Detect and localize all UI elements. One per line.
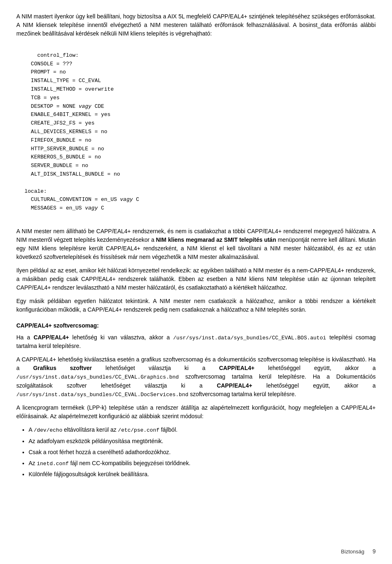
code-inline-3: /usr/sys/inst.data/sys_bundles/CC_EVAL.D… — [16, 392, 188, 398]
section-heading: CAPP/EAL4+ szoftvercsomag: — [16, 321, 376, 330]
list-item-3: Csak a root férhet hozzá a cserélhető ad… — [29, 448, 376, 457]
bold-capp-2: CAPP/EAL4+ — [219, 365, 254, 371]
bold-text-1: NIM kliens megmarad az SMIT telepítés ut… — [156, 236, 276, 243]
page-content: A NIM mastert ilyenkor úgy kell beállíta… — [16, 12, 376, 479]
bold-capp-1: CAPP/EAL4+ — [33, 334, 69, 341]
code-text: control_flow: CONSOLE = ??? PROMPT = no … — [24, 52, 139, 211]
list-item-2: Az adatfolyam eszközök példányosítása me… — [29, 437, 376, 446]
bullet-list: A /dev/echo eltávolításra kerül az /etc/… — [29, 426, 376, 479]
paragraph-4: Egy másik példában egyetlen hálózatot te… — [16, 297, 376, 314]
paragraph-6: A CAPP/EAL4+ lehetőség kiválasztása eset… — [16, 355, 376, 399]
code-inetd-conf: inetd.conf — [37, 461, 69, 467]
paragraph-3: Ilyen például az az eset, amikor két hál… — [16, 266, 376, 292]
paragraph-7: A licencprogram termékek (LPP-k) telepít… — [16, 403, 376, 421]
paragraph-1: A NIM mastert ilyenkor úgy kell beállíta… — [16, 12, 376, 38]
code-pse-conf: /etc/pse.conf — [118, 427, 159, 433]
list-item-1: A /dev/echo eltávolításra kerül az /etc/… — [29, 426, 376, 435]
paragraph-2: A NIM mester nem állítható be CAPP/EAL4+… — [16, 227, 376, 261]
footer-page-number: 9 — [372, 547, 376, 556]
footer-label: Biztonság — [341, 548, 364, 556]
paragraph-5: Ha a CAPP/EAL4+ lehetőség ki van választ… — [16, 333, 376, 351]
bold-grafikus: Grafikus szoftver — [33, 365, 92, 371]
page-footer: Biztonság 9 — [341, 547, 376, 556]
list-item-4: Az inetd.conf fájl nem CC-kompatibilis b… — [29, 459, 376, 468]
code-dev-echo: /dev/echo — [33, 427, 62, 433]
code-inline-1: /usr/sys/inst.data/sys_bundles/CC_EVAL.B… — [173, 335, 326, 341]
bold-capp-3: CAPP/EAL4+ — [217, 382, 252, 389]
code-block: control_flow: CONSOLE = ??? PROMPT = no … — [24, 43, 376, 221]
list-item-5: Különféle fájljogosultságok kerülnek beá… — [29, 470, 376, 479]
code-inline-2: /usr/sys/inst.data/sys_bundles/CC_EVAL.G… — [16, 374, 179, 380]
